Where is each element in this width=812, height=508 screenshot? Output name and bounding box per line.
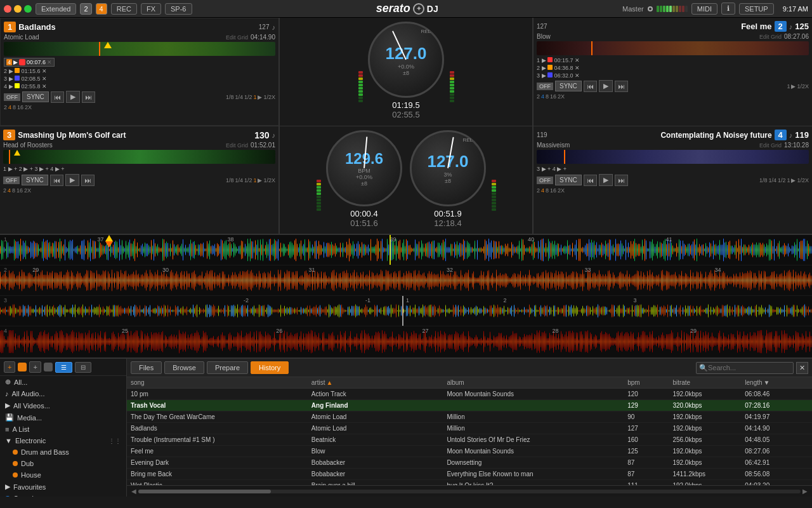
lib-scroll-left[interactable]: ◀ xyxy=(129,488,138,495)
col-song[interactable]: song xyxy=(131,379,311,386)
sidebar-item-favourites[interactable]: ▶ Favourites xyxy=(0,481,126,493)
table-row[interactable]: Bring me BackBobabackerEverything Else K… xyxy=(127,469,812,480)
table-row-highlighted[interactable]: Trash VocalAng Finland129320.0kbps07:28.… xyxy=(127,400,812,411)
info-button[interactable]: ℹ xyxy=(721,3,735,15)
deck1-play-btn[interactable]: ▶ xyxy=(66,91,80,103)
deck3-play-btn[interactable]: ▶ xyxy=(65,174,79,186)
dial1-times: 01:19.5 02:55.5 xyxy=(368,100,444,119)
num4-button[interactable]: 4 xyxy=(96,3,107,15)
deck2-bpm-display: 127 xyxy=(537,23,738,30)
library-toolbar: Files Browse Prepare History 🔍 ✕ xyxy=(127,359,812,377)
browse-tab[interactable]: Browse xyxy=(164,361,204,374)
grid-view-btn[interactable]: ⊟ xyxy=(75,362,91,373)
deck2-edit-grid[interactable]: Edit Grid xyxy=(759,34,782,40)
deck1-cue-marker xyxy=(104,42,112,48)
table-row[interactable]: Wet PlasticBrain over a hillhug It Or ki… xyxy=(127,480,812,485)
deck2-num: 2 xyxy=(775,21,787,32)
sidebar-item-media[interactable]: 💾 Media... xyxy=(0,411,126,424)
maximize-button[interactable] xyxy=(24,5,32,13)
prepare-tab[interactable]: Prepare xyxy=(207,361,248,374)
deck4-edit-grid[interactable]: Edit Grid xyxy=(759,142,782,149)
deck1-artist: Atomic Load xyxy=(4,34,39,41)
table-row[interactable]: 10 pmAction TrackMoon Mountain Sounds120… xyxy=(127,389,812,400)
list-view-btn[interactable]: ☰ xyxy=(55,362,72,373)
deck2-sync-btn[interactable]: SYNC xyxy=(555,81,582,91)
table-row[interactable]: Trouble (Instrumental #1 SM )BeatnickUnt… xyxy=(127,434,812,446)
col-bitrate[interactable]: bitrate xyxy=(672,379,745,386)
fx-button[interactable]: FX xyxy=(141,3,161,15)
deck2-next-btn[interactable]: ⏭ xyxy=(615,81,628,92)
deck3-off-btn[interactable]: OFF xyxy=(3,177,20,184)
deck3-sync-btn[interactable]: SYNC xyxy=(22,175,48,185)
deck3-prev-btn[interactable]: ⏮ xyxy=(50,175,63,186)
num2-button[interactable]: 2 xyxy=(80,3,91,15)
files-tab[interactable]: Files xyxy=(131,361,162,374)
drum-dot xyxy=(13,450,18,455)
sidebar-item-all-audio[interactable]: ♪ All Audio... xyxy=(0,388,126,399)
deck4-artist: Massiveism xyxy=(537,142,570,149)
deck1-prev-btn[interactable]: ⏮ xyxy=(51,91,64,103)
master-knob[interactable] xyxy=(648,6,653,11)
search-input[interactable] xyxy=(708,364,790,371)
setup-button[interactable]: SETUP xyxy=(739,3,774,15)
big-dial-deck1[interactable]: REL 127.0 +0.0% ±8 01:19.5 02:55.5 xyxy=(368,22,444,119)
lib-scroll-track[interactable] xyxy=(138,490,801,493)
col-artist[interactable]: artist ▲ xyxy=(311,379,447,386)
deck2-off-btn[interactable]: OFF xyxy=(537,83,553,90)
sidebar-item-electronic[interactable]: ▼ Electronic ⋮⋮ xyxy=(0,435,126,446)
big-dial-deck3[interactable]: 129.6 BPM +0.0% ±8 00:00.4 01:51.6 xyxy=(326,130,402,228)
window-controls xyxy=(4,5,32,13)
deck1-edit-grid[interactable]: Edit Grid xyxy=(226,34,248,41)
extended-button[interactable]: Extended xyxy=(36,3,76,15)
dial-circle-4: REL 127.0 3% ±8 xyxy=(410,130,486,206)
table-row[interactable]: BadlandsAtomic LoadMillion127192.0kbps04… xyxy=(127,423,812,434)
deck4-play-btn[interactable]: ▶ xyxy=(599,174,613,186)
table-row[interactable]: The Day The Great WarCameAtomic LoadMill… xyxy=(127,411,812,423)
deck2-prev-btn[interactable]: ⏮ xyxy=(584,81,597,92)
deck1-next-btn[interactable]: ⏭ xyxy=(82,91,95,103)
center-dial-bottom: 129.6 BPM +0.0% ±8 00:00.4 01:51.6 REL 1… xyxy=(279,126,533,234)
sidebar-item-all[interactable]: ⊕ All... xyxy=(0,376,126,388)
table-body: 10 pmAction TrackMoon Mountain Sounds120… xyxy=(127,389,812,485)
deck3-edit-grid[interactable]: Edit Grid xyxy=(226,142,248,149)
sidebar-item-crowd[interactable]: Crowd xyxy=(0,493,126,497)
col-bpm[interactable]: bpm xyxy=(627,379,672,386)
sidebar-item-house[interactable]: House xyxy=(0,469,126,481)
deck3-next-btn[interactable]: ⏭ xyxy=(81,175,95,186)
deck1-title: Badlands xyxy=(18,22,56,32)
dial-circle-3: 129.6 BPM +0.0% ±8 xyxy=(326,130,402,206)
deck4-sync-btn[interactable]: SYNC xyxy=(555,175,582,185)
table-row[interactable]: Feel meBlowMoon Mountain Sounds125192.0k… xyxy=(127,446,812,457)
search-clear-btn[interactable]: ✕ xyxy=(796,362,808,374)
cue-row[interactable]: 4 ▶ 00:07.6 ✕ xyxy=(4,58,55,67)
col-album[interactable]: album xyxy=(447,379,627,386)
midi-button[interactable]: MIDI xyxy=(691,3,717,15)
add-track-btn[interactable]: + xyxy=(4,361,15,373)
deck1-off-btn[interactable]: OFF xyxy=(4,93,20,101)
sidebar-item-drum-and-bass[interactable]: Drum and Bass xyxy=(0,446,126,458)
crowd-dot xyxy=(5,496,10,497)
close-button[interactable] xyxy=(4,5,11,13)
deck4-prev-btn[interactable]: ⏮ xyxy=(584,175,597,186)
table-row[interactable]: Evening DarkBobabackerDownsetting87192.0… xyxy=(127,457,812,469)
search-icon: 🔍 xyxy=(699,364,708,372)
add-crate-btn[interactable]: + xyxy=(29,361,41,373)
deck2-play-btn[interactable]: ▶ xyxy=(599,80,613,92)
sidebar-item-dub[interactable]: Dub xyxy=(0,458,126,469)
deck3-time: 01:52.01 xyxy=(251,142,275,149)
history-tab[interactable]: History xyxy=(251,361,289,374)
col-length[interactable]: length ▼ xyxy=(745,379,808,386)
sidebar-item-all-videos[interactable]: ▶ All Videos... xyxy=(0,399,126,411)
deck-3: 3 Smashing Up Mom's Golf cart 130 ♪ Head… xyxy=(0,126,279,234)
deck1-sync-btn[interactable]: SYNC xyxy=(22,91,49,102)
deck3-transport: OFF SYNC ⏮ ▶ ⏭ 1/81/41/21▶1/2X xyxy=(3,174,275,186)
video-icon: ▶ xyxy=(5,401,10,410)
big-dial-deck4[interactable]: REL 127.0 3% ±8 00:51.9 12:18.4 xyxy=(410,130,486,228)
deck4-off-btn[interactable]: OFF xyxy=(537,177,553,184)
rec-button[interactable]: REC xyxy=(111,3,137,15)
sp6-button[interactable]: SP-6 xyxy=(165,3,192,15)
sidebar-item-alist[interactable]: ≡ A List xyxy=(0,424,126,435)
minimize-button[interactable] xyxy=(14,5,22,13)
deck4-next-btn[interactable]: ⏭ xyxy=(615,175,628,186)
lib-scroll-right[interactable]: ▶ xyxy=(801,488,809,495)
